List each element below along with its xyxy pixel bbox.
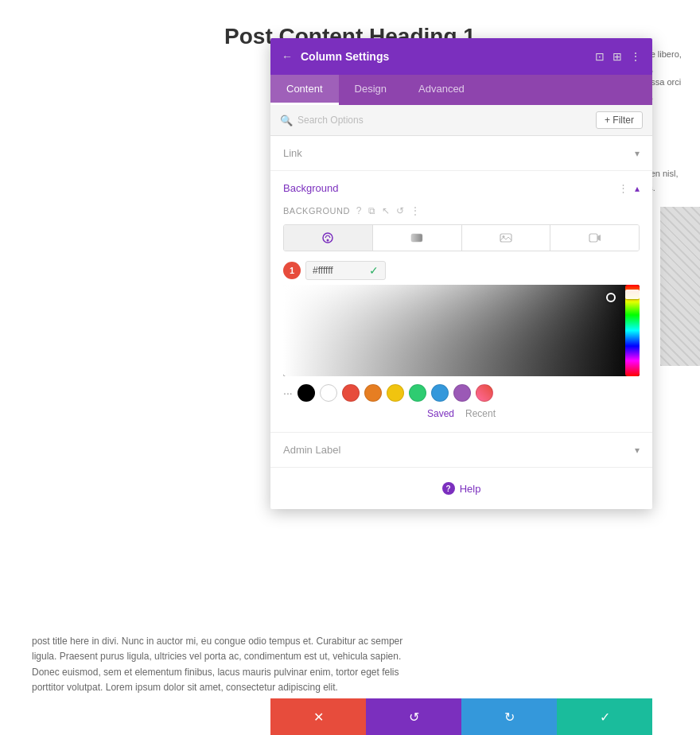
tab-design[interactable]: Design bbox=[339, 75, 402, 105]
header-icons: ⊡ ⊞ ⋮ bbox=[595, 50, 641, 63]
swatch-orange[interactable] bbox=[364, 384, 382, 402]
swatch-purple[interactable] bbox=[453, 384, 471, 402]
swatch-green[interactable] bbox=[409, 384, 426, 402]
admin-label-header[interactable]: Admin Label ▾ bbox=[270, 433, 652, 467]
color-picker: 1 ✓ bbox=[283, 261, 640, 419]
search-icon: 🔍 bbox=[280, 115, 293, 126]
admin-label-chevron-icon: ▾ bbox=[635, 445, 640, 456]
swatch-yellow[interactable] bbox=[387, 384, 404, 402]
panel-tabs: Content Design Advanced bbox=[270, 75, 652, 105]
save-button[interactable]: ✓ bbox=[557, 698, 652, 735]
link-chevron-icon: ▾ bbox=[635, 148, 640, 159]
bg-copy-icon[interactable]: ⧉ bbox=[368, 205, 375, 216]
help-row[interactable]: ? Help bbox=[270, 468, 652, 509]
admin-label-title: Admin Label bbox=[283, 444, 340, 456]
svg-rect-2 bbox=[411, 234, 422, 242]
more-vert-icon[interactable]: ⋮ bbox=[630, 50, 641, 63]
bg-type-image[interactable] bbox=[462, 225, 551, 251]
background-section-header[interactable]: Background ⋮ ▴ bbox=[270, 171, 652, 205]
back-arrow-icon[interactable]: ← bbox=[282, 50, 293, 63]
admin-label-section: Admin Label ▾ bbox=[270, 433, 652, 468]
swatch-blue[interactable] bbox=[431, 384, 449, 402]
right-decorative-area bbox=[660, 207, 700, 366]
video-icon bbox=[589, 231, 601, 244]
bg-type-video[interactable] bbox=[550, 225, 639, 251]
swatches-row: ··· bbox=[283, 384, 640, 402]
saved-tab[interactable]: Saved bbox=[427, 408, 454, 419]
swatch-pink-pencil[interactable] bbox=[476, 384, 493, 402]
swatch-red[interactable] bbox=[342, 384, 360, 402]
gradient-area bbox=[283, 285, 640, 376]
link-title: Link bbox=[283, 147, 302, 159]
image-icon bbox=[500, 231, 512, 244]
bg-undo-icon[interactable]: ↺ bbox=[396, 205, 404, 216]
layout-icon[interactable]: ⊞ bbox=[612, 50, 622, 63]
bg-type-color[interactable] bbox=[284, 225, 373, 251]
window-icon[interactable]: ⊡ bbox=[595, 50, 605, 63]
background-section: Background ⋮ ▴ Background ? ⧉ ↖ ↺ ⋮ bbox=[270, 171, 652, 433]
link-section-header[interactable]: Link ▾ bbox=[270, 136, 652, 170]
tab-advanced[interactable]: Advanced bbox=[402, 75, 480, 105]
svg-point-1 bbox=[327, 239, 329, 242]
bg-label-row: Background ? ⧉ ↖ ↺ ⋮ bbox=[283, 205, 640, 216]
panel-body: Link ▾ Background ⋮ ▴ Background ? ⧉ ↖ bbox=[270, 136, 652, 509]
bg-type-gradient[interactable] bbox=[373, 225, 462, 251]
action-bar: ✕ ↺ ↻ ✓ bbox=[270, 698, 652, 735]
hex-row: 1 ✓ bbox=[283, 261, 640, 280]
bg-dots-icon[interactable]: ⋮ bbox=[410, 205, 420, 216]
gradient-canvas-inner bbox=[283, 285, 640, 376]
background-more-icon[interactable]: ⋮ bbox=[618, 182, 628, 194]
hex-confirm-icon[interactable]: ✓ bbox=[369, 264, 379, 277]
tab-content[interactable]: Content bbox=[270, 75, 339, 105]
column-settings-panel: ← Column Settings ⊡ ⊞ ⋮ Content Design A… bbox=[270, 38, 652, 509]
redo-button[interactable]: ↻ bbox=[461, 698, 557, 735]
swatch-white[interactable] bbox=[320, 384, 337, 402]
background-chevron-icon: ▴ bbox=[635, 183, 640, 194]
cancel-button[interactable]: ✕ bbox=[270, 698, 366, 735]
help-label: Help bbox=[460, 483, 481, 495]
recent-tab[interactable]: Recent bbox=[465, 408, 496, 419]
filter-button[interactable]: + Filter bbox=[596, 111, 643, 129]
saved-recent-row: Saved Recent bbox=[283, 408, 640, 419]
swatch-black[interactable] bbox=[298, 384, 315, 402]
search-placeholder[interactable]: Search Options bbox=[298, 115, 364, 126]
bg-label-text: Background bbox=[283, 206, 350, 216]
hex-input-wrapper: ✓ bbox=[305, 261, 386, 280]
gradient-canvas[interactable] bbox=[283, 285, 640, 376]
bg-type-tabs bbox=[283, 224, 640, 251]
link-section: Link ▾ bbox=[270, 136, 652, 171]
panel-title: Column Settings bbox=[301, 50, 389, 63]
panel-header: ← Column Settings ⊡ ⊞ ⋮ bbox=[270, 38, 652, 75]
gradient-icon bbox=[410, 231, 423, 244]
hatched-bg bbox=[660, 207, 700, 366]
swatch-more-icon[interactable]: ··· bbox=[283, 387, 293, 399]
background-controls: Background ? ⧉ ↖ ↺ ⋮ bbox=[270, 205, 652, 432]
background-title: Background bbox=[283, 182, 338, 194]
reset-button[interactable]: ↺ bbox=[366, 698, 461, 735]
color-number-badge: 1 bbox=[283, 262, 301, 279]
hex-input-field[interactable] bbox=[313, 265, 364, 276]
bg-help-icon[interactable]: ? bbox=[356, 205, 362, 216]
bg-cursor-icon[interactable]: ↖ bbox=[382, 205, 390, 216]
svg-rect-5 bbox=[589, 234, 597, 242]
help-circle-icon: ? bbox=[442, 482, 455, 495]
header-left: ← Column Settings bbox=[282, 50, 389, 63]
color-indicator bbox=[606, 293, 616, 302]
hue-thumb bbox=[625, 290, 640, 299]
color-palette-icon bbox=[321, 231, 334, 244]
page-bottom-text: post title here in divi. Nunc in auctor … bbox=[32, 634, 422, 695]
svg-rect-3 bbox=[500, 234, 511, 242]
hue-slider-container[interactable] bbox=[625, 285, 640, 376]
search-wrapper: 🔍 Search Options bbox=[280, 115, 364, 126]
search-bar: 🔍 Search Options + Filter bbox=[270, 105, 652, 136]
